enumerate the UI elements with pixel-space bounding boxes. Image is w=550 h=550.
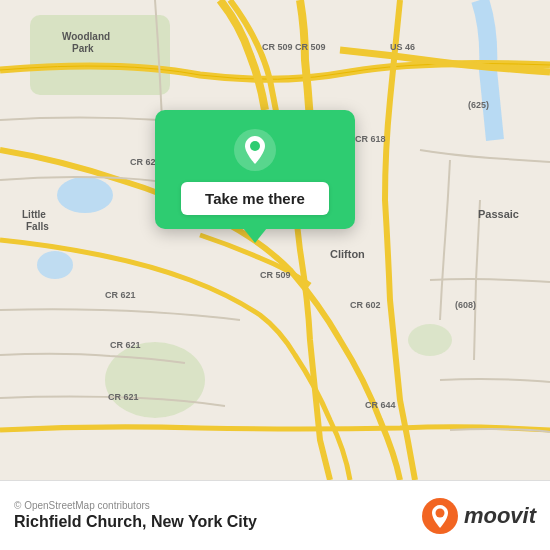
svg-text:CR 618: CR 618	[355, 134, 386, 144]
svg-text:CR 621: CR 621	[108, 392, 139, 402]
svg-text:CR 621: CR 621	[105, 290, 136, 300]
svg-text:CR 509: CR 509	[260, 270, 291, 280]
svg-text:(625): (625)	[468, 100, 489, 110]
svg-point-2	[37, 251, 73, 279]
svg-rect-3	[30, 15, 170, 95]
map-container: CR 509 CR 509 US 46 CR 621 CR 618 NJ 3 C…	[0, 0, 550, 480]
svg-text:(608): (608)	[455, 300, 476, 310]
location-pin-icon	[233, 128, 277, 172]
svg-text:Passaic: Passaic	[478, 208, 519, 220]
svg-text:Park: Park	[72, 43, 94, 54]
bottom-bar: © OpenStreetMap contributors Richfield C…	[0, 480, 550, 550]
place-name: Richfield Church, New York City	[14, 513, 257, 531]
moovit-logo: moovit	[422, 498, 536, 534]
map-popup: Take me there	[155, 110, 355, 229]
svg-point-27	[250, 141, 260, 151]
moovit-logo-icon	[422, 498, 458, 534]
svg-point-5	[408, 324, 452, 356]
svg-text:CR 621: CR 621	[110, 340, 141, 350]
osm-credit: © OpenStreetMap contributors	[14, 500, 257, 511]
svg-text:Clifton: Clifton	[330, 248, 365, 260]
svg-point-4	[105, 342, 205, 418]
svg-text:CR 509: CR 509	[262, 42, 293, 52]
take-me-there-button[interactable]: Take me there	[181, 182, 329, 215]
svg-text:Little: Little	[22, 209, 46, 220]
bottom-left-info: © OpenStreetMap contributors Richfield C…	[14, 500, 257, 531]
svg-point-1	[57, 177, 113, 213]
svg-text:CR 602: CR 602	[350, 300, 381, 310]
svg-text:CR 509: CR 509	[295, 42, 326, 52]
svg-point-29	[435, 508, 444, 517]
svg-text:US 46: US 46	[390, 42, 415, 52]
moovit-text: moovit	[464, 503, 536, 529]
svg-text:Falls: Falls	[26, 221, 49, 232]
svg-text:CR 644: CR 644	[365, 400, 396, 410]
map-svg: CR 509 CR 509 US 46 CR 621 CR 618 NJ 3 C…	[0, 0, 550, 480]
svg-text:Woodland: Woodland	[62, 31, 110, 42]
